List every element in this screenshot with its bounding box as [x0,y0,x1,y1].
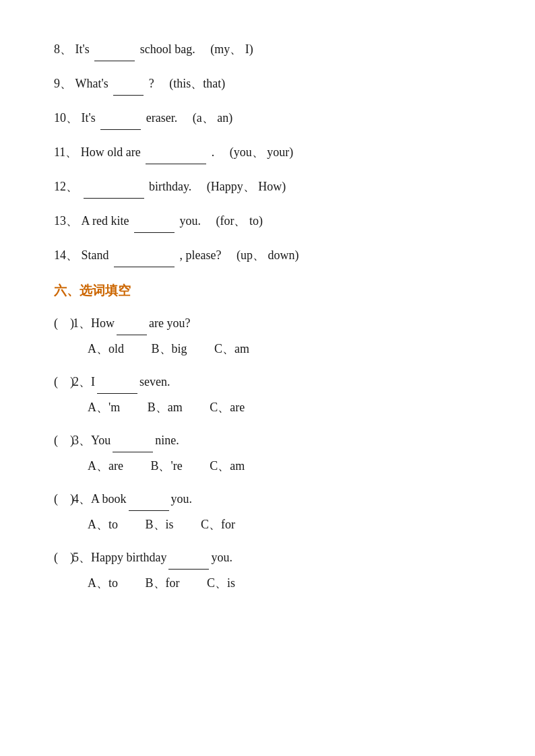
question-8: 8、 It's school bag. (my、 I) [54,36,481,61]
q3-optC: C、am [210,454,245,478]
question-9: 9、 What's ? (this、that) [54,71,481,96]
q14-hint: (up、 down) [237,248,299,262]
q1-after: are you? [149,311,190,335]
q3-blank [113,427,153,452]
q2-options: A、'm B、am C、are [88,395,481,419]
q5-optB: B、for [146,571,180,595]
choice-q1: ( ) 1、 How are you? [54,310,481,335]
q5-optC: C、is [207,571,235,595]
q8-before: It's [75,42,93,56]
q11-hint: (you、 your) [230,145,293,159]
q8-after: school bag. [140,42,195,56]
q8-num: 8、 [54,42,72,56]
q3-after: nine. [155,428,179,452]
q4-after: you. [171,487,193,511]
q9-after: ? [149,77,154,90]
q13-blank [134,208,175,233]
q5-before: Happy birthday [91,545,166,570]
q10-before: It's [82,111,99,125]
q4-optB: B、is [146,512,174,537]
q2-after: seven. [139,370,170,394]
q3-options: A、are B、're C、am [88,454,481,478]
q1-optB: B、big [152,337,187,361]
q13-num: 13、 [54,214,78,228]
q9-blank [113,71,144,96]
q5-num: 5、 [73,545,91,570]
q1-optA: A、old [88,337,124,361]
q5-options: A、to B、for C、is [88,571,481,595]
q13-hint: (for、 to) [216,214,262,228]
q5-bracket: ( ) [54,545,73,570]
q1-before: How [91,311,115,335]
q12-after: birthday. [149,180,191,193]
choice-q3: ( ) 3、 You nine. [54,427,481,452]
q1-optC: C、am [214,337,249,361]
q5-blank [168,545,209,570]
q3-optB: B、're [150,454,182,478]
section-six-title: 六、选词填空 [54,279,481,302]
q3-before: You [91,428,111,452]
question-11: 11、 How old are . (you、 your) [54,139,481,164]
q11-after: . [212,145,215,159]
q9-hint: (this、that) [169,77,225,90]
q13-after: you. [179,214,201,228]
q1-bracket: ( ) [54,311,73,335]
q4-options: A、to B、is C、for [88,512,481,537]
q8-hint: (my、 I) [210,42,253,56]
q4-bracket: ( ) [54,487,73,511]
q10-hint: (a、 an) [193,111,232,125]
q1-options: A、old B、big C、am [88,337,481,361]
q12-blank [84,174,144,199]
q11-before: How old are [81,145,144,159]
q5-after: you. [211,545,232,570]
question-12: 12、 birthday. (Happy、 How) [54,174,481,199]
q4-before: A book [91,487,127,511]
q10-num: 10、 [54,111,78,125]
q2-blank [97,369,137,394]
q1-blank [117,310,147,335]
q9-before: What's [75,77,112,90]
q14-before: Stand [82,248,113,262]
q4-num: 4、 [73,487,91,511]
q2-bracket: ( ) [54,370,73,394]
q4-blank [129,486,169,511]
q10-after: eraser. [146,111,177,125]
q14-num: 14、 [54,248,78,262]
choice-q2: ( ) 2、 I seven. [54,369,481,394]
q14-blank [114,242,175,267]
choice-q4: ( ) 4、 A book you. [54,486,481,511]
q2-optC: C、are [210,395,245,419]
q10-blank [100,105,141,130]
q14-after: , please? [180,248,222,262]
q3-bracket: ( ) [54,428,73,452]
q12-num: 12、 [54,180,78,193]
q2-optA: A、'm [88,395,120,419]
q4-optA: A、to [88,512,118,537]
q11-num: 11、 [54,145,77,159]
question-14: 14、 Stand , please? (up、 down) [54,242,481,267]
question-10: 10、 It's eraser. (a、 an) [54,105,481,130]
q2-optB: B、am [148,395,183,419]
question-13: 13、 A red kite you. (for、 to) [54,208,481,233]
q13-before: A red kite [82,214,132,228]
q3-optA: A、are [88,454,123,478]
q9-num: 9、 [54,77,72,90]
q1-num: 1、 [73,311,91,335]
q2-before: I [91,370,95,394]
q8-blank [94,36,135,61]
q3-num: 3、 [73,428,91,452]
q5-optA: A、to [88,571,118,595]
q11-blank [146,139,206,164]
q12-hint: (Happy、 How) [207,180,286,193]
q2-num: 2、 [73,370,91,394]
choice-q5: ( ) 5、 Happy birthday you. [54,545,481,570]
q4-optC: C、for [201,512,235,537]
